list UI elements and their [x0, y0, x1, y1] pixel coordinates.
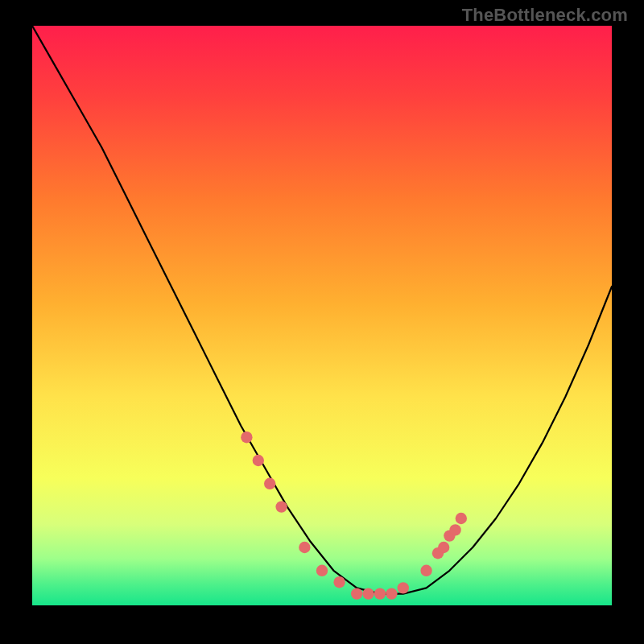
curve-layer [32, 26, 612, 605]
highlight-dot [420, 565, 431, 576]
highlight-dot [386, 588, 397, 599]
watermark-text: TheBottleneck.com [462, 5, 628, 26]
highlight-dot [241, 431, 252, 443]
highlight-dot [333, 576, 345, 588]
highlight-dot [253, 455, 264, 466]
highlight-dot [449, 524, 460, 535]
highlight-dot [438, 542, 449, 553]
highlight-dot [398, 582, 409, 593]
highlight-dot [456, 513, 467, 524]
highlight-dot [299, 542, 310, 553]
highlight-dot [264, 478, 275, 489]
bottleneck-curve [32, 26, 612, 594]
highlight-dot [374, 588, 386, 599]
highlight-dot [351, 588, 362, 599]
plot-area [32, 26, 612, 610]
highlight-dot [275, 501, 287, 512]
highlight-dot [316, 565, 328, 576]
highlight-dot [362, 588, 374, 599]
highlight-dots [241, 431, 467, 600]
